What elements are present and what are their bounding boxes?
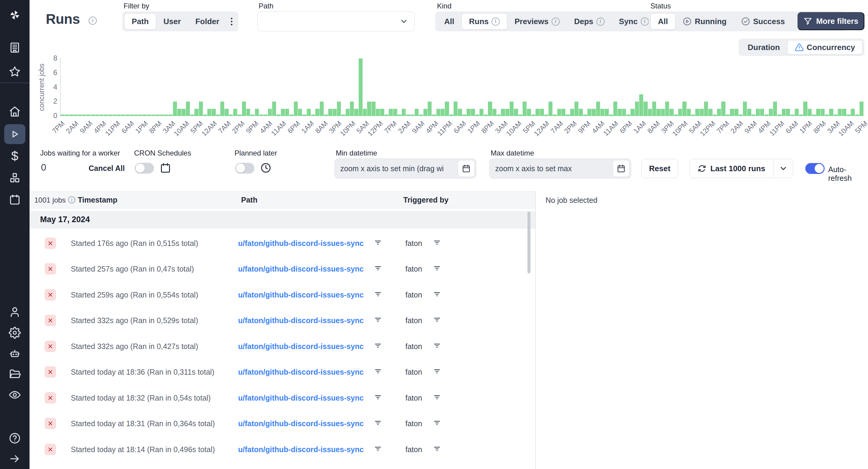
sidebar-item-settings-gear-icon[interactable] bbox=[0, 323, 30, 342]
run-path-link[interactable]: u/faton/github-discord-issues-sync bbox=[238, 239, 364, 247]
chart-bar bbox=[527, 109, 531, 116]
run-row[interactable]: Started today at 18:36 (Ran in 0,311s to… bbox=[30, 359, 535, 385]
column-header-timestamp[interactable]: Timestamp bbox=[78, 196, 118, 205]
filter-by-path-icon[interactable] bbox=[374, 342, 382, 351]
run-path-link[interactable]: u/faton/github-discord-issues-sync bbox=[238, 316, 364, 325]
run-path-link[interactable]: u/faton/github-discord-issues-sync bbox=[238, 264, 364, 273]
run-row[interactable]: Started 176s ago (Ran in 0,515s total) u… bbox=[30, 230, 535, 256]
sidebar-divider bbox=[0, 83, 30, 83]
concurrency-bar-chart[interactable] bbox=[61, 58, 864, 116]
kind-all-button[interactable]: All bbox=[437, 13, 461, 30]
sidebar-item-billing-icon[interactable]: $ bbox=[0, 147, 30, 166]
filter-by-path-icon[interactable] bbox=[374, 393, 382, 402]
concurrency-tab[interactable]: Concurrency bbox=[787, 40, 863, 55]
filter-by-path-button[interactable]: Path bbox=[124, 13, 156, 30]
favorites-star-icon[interactable] bbox=[0, 62, 30, 82]
failure-status-badge[interactable] bbox=[44, 366, 56, 378]
sidebar-item-runs-icon[interactable] bbox=[4, 124, 25, 144]
filter-by-folder-button[interactable]: Folder bbox=[188, 13, 226, 30]
filter-by-user-icon[interactable] bbox=[433, 239, 441, 248]
failure-status-badge[interactable] bbox=[44, 238, 56, 249]
run-row[interactable]: Started today at 18:32 (Ran in 0,54s tot… bbox=[30, 385, 535, 411]
duration-tab[interactable]: Duration bbox=[741, 40, 787, 55]
min-datetime-input[interactable] bbox=[335, 164, 458, 173]
filter-by-user-icon[interactable] bbox=[433, 264, 441, 273]
sidebar-item-resources-icon[interactable] bbox=[0, 168, 30, 187]
help-icon[interactable] bbox=[0, 429, 30, 448]
column-header-triggered-by[interactable]: Triggered by bbox=[403, 196, 448, 205]
kind-deps-button[interactable]: Deps bbox=[567, 13, 612, 30]
filter-by-user-icon[interactable] bbox=[433, 290, 441, 299]
failure-status-badge[interactable] bbox=[44, 289, 56, 301]
run-path-link[interactable]: u/faton/github-discord-issues-sync bbox=[238, 445, 364, 454]
filter-by-more-kebab-icon[interactable] bbox=[227, 18, 237, 25]
chart-bar bbox=[795, 109, 799, 116]
sidebar-item-folders-icon[interactable] bbox=[0, 365, 30, 384]
cron-schedules-toggle[interactable] bbox=[135, 163, 154, 174]
run-row[interactable]: Started today at 18:31 (Ran in 0,364s to… bbox=[30, 411, 535, 437]
filter-by-path-icon[interactable] bbox=[374, 264, 382, 273]
filter-by-user-icon[interactable] bbox=[433, 445, 441, 454]
max-datetime-input[interactable] bbox=[490, 164, 613, 173]
planned-later-toggle[interactable] bbox=[235, 163, 254, 174]
failure-status-badge[interactable] bbox=[44, 315, 56, 326]
filter-by-user-icon[interactable] bbox=[433, 393, 441, 402]
filter-by-user-button[interactable]: User bbox=[156, 13, 188, 30]
sidebar-item-workers-robot-icon[interactable] bbox=[0, 344, 30, 363]
filter-by-path-icon[interactable] bbox=[374, 239, 382, 248]
refresh-runs-button[interactable]: Last 1000 runs bbox=[690, 159, 773, 178]
failure-status-badge[interactable] bbox=[44, 418, 56, 429]
status-running-button[interactable]: Running bbox=[675, 13, 734, 30]
reset-button[interactable]: Reset bbox=[641, 159, 678, 178]
expand-sidebar-arrow-icon[interactable] bbox=[0, 449, 30, 468]
kind-runs-button[interactable]: Runs bbox=[461, 13, 507, 30]
failure-status-badge[interactable] bbox=[44, 341, 56, 352]
auto-refresh-toggle[interactable] bbox=[805, 163, 825, 174]
filter-by-user-icon[interactable] bbox=[433, 419, 441, 428]
sidebar-item-schedules-icon[interactable] bbox=[0, 190, 30, 209]
sidebar-item-audit-eye-icon[interactable] bbox=[0, 385, 30, 405]
filter-by-path-icon[interactable] bbox=[374, 445, 382, 454]
path-select[interactable] bbox=[257, 11, 415, 31]
run-row[interactable]: Started 257s ago (Ran in 0,47s total) u/… bbox=[30, 256, 535, 282]
filter-by-user-icon[interactable] bbox=[433, 342, 441, 351]
filter-by-path-icon[interactable] bbox=[374, 290, 382, 299]
run-row[interactable]: Started 332s ago (Ran in 0,427s total) u… bbox=[30, 333, 535, 359]
list-scrollbar[interactable] bbox=[527, 212, 530, 273]
failure-status-badge[interactable] bbox=[44, 392, 56, 404]
sidebar-item-home-icon[interactable] bbox=[0, 102, 30, 121]
failure-status-badge[interactable] bbox=[44, 263, 56, 275]
min-datetime-calendar-button[interactable] bbox=[458, 160, 475, 177]
filter-by-path-icon[interactable] bbox=[374, 419, 382, 428]
sidebar-item-users-icon[interactable] bbox=[0, 302, 30, 322]
run-row[interactable]: Started 332s ago (Ran in 0,529s total) u… bbox=[30, 308, 535, 334]
failure-status-badge[interactable] bbox=[44, 444, 56, 455]
more-filters-button[interactable]: More filters bbox=[798, 12, 864, 30]
kind-previews-button[interactable]: Previews bbox=[507, 13, 567, 30]
workspace-icon[interactable] bbox=[0, 38, 30, 57]
run-path-link[interactable]: u/faton/github-discord-issues-sync bbox=[238, 342, 364, 350]
runs-count-dropdown-button[interactable] bbox=[773, 159, 793, 178]
status-all-button[interactable]: All bbox=[650, 13, 675, 30]
run-row[interactable]: Started 259s ago (Ran in 0,554s total) u… bbox=[30, 282, 535, 308]
cancel-all-button[interactable]: Cancel All bbox=[89, 164, 125, 173]
run-triggered-by: faton bbox=[405, 290, 422, 299]
run-path-link[interactable]: u/faton/github-discord-issues-sync bbox=[238, 368, 364, 376]
run-path-link[interactable]: u/faton/github-discord-issues-sync bbox=[238, 290, 364, 299]
filter-by-path-icon[interactable] bbox=[374, 316, 382, 325]
column-header-path[interactable]: Path bbox=[241, 196, 257, 205]
windmill-logo-icon[interactable] bbox=[0, 5, 30, 25]
run-path-link[interactable]: u/faton/github-discord-issues-sync bbox=[238, 393, 364, 402]
chart-bar bbox=[721, 101, 725, 116]
max-datetime-calendar-button[interactable] bbox=[613, 160, 629, 177]
filter-by-path-icon[interactable] bbox=[374, 368, 382, 376]
jobs-count-info-icon[interactable] bbox=[68, 196, 75, 204]
chart-bar bbox=[125, 115, 129, 116]
status-success-button[interactable]: Success bbox=[734, 13, 792, 30]
run-row[interactable]: Started today at 18:14 (Ran in 0,496s to… bbox=[30, 436, 535, 462]
filter-by-user-icon[interactable] bbox=[433, 368, 441, 376]
filter-by-user-icon[interactable] bbox=[433, 316, 441, 325]
runs-info-icon[interactable] bbox=[89, 17, 97, 25]
run-path-link[interactable]: u/faton/github-discord-issues-sync bbox=[238, 419, 364, 428]
chart-bar bbox=[324, 115, 328, 116]
